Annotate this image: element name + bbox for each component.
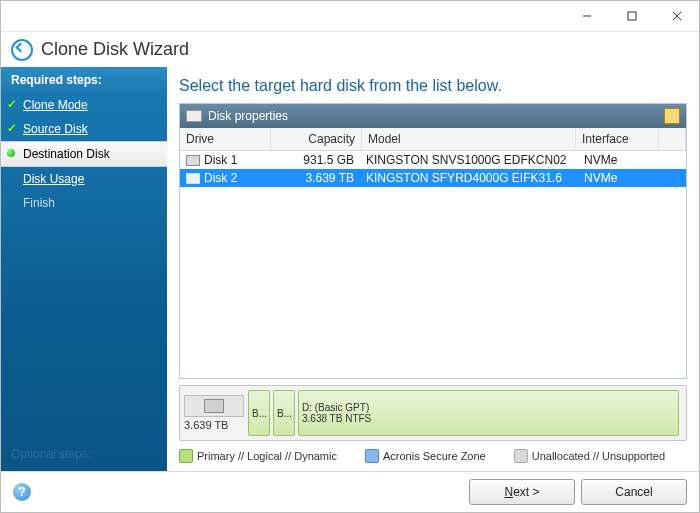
panel-title: Disk properties [208, 109, 288, 123]
wizard-icon [11, 39, 33, 61]
disk-row[interactable]: Disk 2 3.639 TB KINGSTON SFYRD4000G EIFK… [180, 169, 686, 187]
titlebar [1, 1, 699, 32]
legend: Primary // Logical // Dynamic Acronis Se… [179, 441, 687, 471]
hard-disk-icon [186, 173, 200, 184]
partition[interactable]: D: (Basic GPT) 3.638 TB NTFS [298, 390, 679, 436]
step-clone-mode[interactable]: Clone Mode [1, 93, 167, 117]
disk-list: Disk 1 931.5 GB KINGSTON SNVS1000G EDFKC… [180, 151, 686, 378]
col-capacity[interactable]: Capacity [271, 128, 362, 150]
sidebar-optional-heading: Optional steps: [1, 437, 167, 471]
footer: ? Next > Cancel [1, 471, 699, 512]
disk-properties-panel: Disk properties Drive Capacity Model Int… [179, 103, 687, 379]
hard-disk-icon [204, 399, 224, 413]
col-interface[interactable]: Interface [576, 128, 659, 150]
disk-map: 3.639 TB B... B... D: (Basic GPT) 3.638 … [179, 385, 687, 441]
cancel-button[interactable]: Cancel [581, 479, 687, 505]
step-source-disk[interactable]: Source Disk [1, 117, 167, 141]
help-button[interactable]: ? [13, 483, 31, 501]
disk-map-total: 3.639 TB [184, 390, 242, 436]
sidebar: Required steps: Clone Mode Source Disk D… [1, 67, 167, 471]
step-destination-disk[interactable]: Destination Disk [1, 141, 167, 167]
partition[interactable]: B... [273, 390, 295, 436]
page-prompt: Select the target hard disk from the lis… [179, 77, 687, 95]
sidebar-heading: Required steps: [1, 67, 167, 93]
maximize-button[interactable] [609, 1, 654, 31]
close-button[interactable] [654, 1, 699, 31]
wizard-window: Clone Disk Wizard Required steps: Clone … [0, 0, 700, 513]
hard-disk-icon [186, 155, 200, 166]
column-headers: Drive Capacity Model Interface [180, 128, 686, 151]
legend-secure-swatch [365, 449, 379, 463]
disk-row[interactable]: Disk 1 931.5 GB KINGSTON SNVS1000G EDFKC… [180, 151, 686, 169]
main-content: Select the target hard disk from the lis… [167, 67, 699, 471]
disk-icon [186, 110, 202, 122]
legend-primary-swatch [179, 449, 193, 463]
header: Clone Disk Wizard [1, 32, 699, 67]
next-button[interactable]: Next > [469, 479, 575, 505]
col-model[interactable]: Model [362, 128, 576, 150]
wizard-title: Clone Disk Wizard [41, 39, 189, 60]
step-disk-usage[interactable]: Disk Usage [1, 167, 167, 191]
step-finish: Finish [1, 191, 167, 215]
panel-header: Disk properties [180, 104, 686, 128]
col-drive[interactable]: Drive [180, 128, 271, 150]
partition[interactable]: B... [248, 390, 270, 436]
panel-options-icon[interactable] [664, 108, 680, 124]
minimize-button[interactable] [564, 1, 609, 31]
svg-rect-1 [628, 12, 636, 20]
legend-unalloc-swatch [514, 449, 528, 463]
